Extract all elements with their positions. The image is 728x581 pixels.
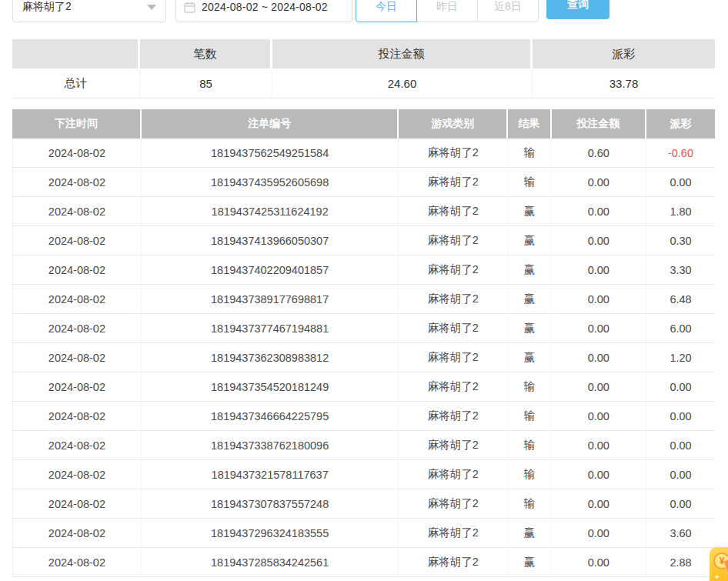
cell-bet-time: 2024-08-02 bbox=[12, 255, 142, 285]
summary-header-bet-amount: 投注金额 bbox=[272, 39, 533, 68]
today-button[interactable]: 今日 bbox=[356, 0, 417, 22]
header-bet-time: 下注时间 bbox=[12, 109, 142, 139]
cell-game-category: 麻将胡了2 bbox=[399, 343, 508, 372]
cell-bet-time: 2024-08-02 bbox=[12, 460, 142, 489]
summary-header-count: 笔数 bbox=[140, 39, 272, 68]
cell-order-no: 1819437562549251584 bbox=[142, 139, 399, 168]
cell-bet-time: 2024-08-02 bbox=[12, 285, 142, 314]
cell-bet-time: 2024-08-02 bbox=[12, 197, 142, 226]
cell-bet-time: 2024-08-02 bbox=[12, 139, 142, 168]
game-select-value: 麻将胡了2 bbox=[22, 0, 147, 14]
cell-result: 赢 bbox=[508, 197, 552, 226]
cell-result: 赢 bbox=[508, 343, 552, 372]
cell-game-category: 麻将胡了2 bbox=[399, 402, 508, 431]
cell-bet-time: 2024-08-02 bbox=[12, 314, 142, 343]
sparkle-icon: ✦ bbox=[714, 573, 720, 581]
cell-bet-time: 2024-08-02 bbox=[12, 226, 142, 255]
table-row: 2024-08-02 1819437402209401857 麻将胡了2 赢 0… bbox=[12, 255, 715, 285]
bet-table-header-row: 下注时间 注单编号 游戏类别 结果 投注金额 派彩 bbox=[12, 109, 715, 139]
cell-result: 赢 bbox=[508, 226, 552, 255]
cell-order-no: 1819437285834242561 bbox=[142, 548, 399, 577]
last-8-days-button[interactable]: 近8日 bbox=[477, 0, 539, 22]
cell-bet-time: 2024-08-02 bbox=[12, 431, 142, 460]
cell-payout: 2.88 bbox=[646, 548, 715, 577]
table-row: 2024-08-02 1819437377467194881 麻将胡了2 赢 0… bbox=[12, 314, 715, 343]
table-row: 2024-08-02 1819437389177698817 麻将胡了2 赢 0… bbox=[12, 285, 715, 314]
cell-result: 赢 bbox=[508, 285, 552, 314]
bet-records-section: 下注时间 注单编号 游戏类别 结果 投注金额 派彩 2024-08-02 181… bbox=[12, 109, 715, 577]
cell-bet-amount: 0.00 bbox=[552, 197, 646, 226]
cell-bet-time: 2024-08-02 bbox=[12, 548, 142, 577]
cell-bet-amount: 0.00 bbox=[552, 168, 646, 197]
cell-result: 输 bbox=[508, 431, 552, 460]
yesterday-button[interactable]: 昨日 bbox=[416, 0, 478, 22]
bet-records-table: 下注时间 注单编号 游戏类别 结果 投注金额 派彩 2024-08-02 181… bbox=[12, 109, 715, 577]
bet-table-body: 2024-08-02 1819437562549251584 麻将胡了2 输 0… bbox=[12, 139, 715, 577]
date-range-input[interactable]: 2024-08-02 ~ 2024-08-02 bbox=[175, 0, 352, 22]
table-row: 2024-08-02 1819437362308983812 麻将胡了2 赢 0… bbox=[12, 343, 715, 372]
summary-total-count: 85 bbox=[140, 68, 272, 99]
cell-game-category: 麻将胡了2 bbox=[399, 489, 508, 519]
cell-bet-amount: 0.00 bbox=[552, 402, 646, 431]
cell-bet-amount: 0.00 bbox=[552, 548, 646, 577]
quick-date-buttons: 今日 昨日 近8日 bbox=[356, 0, 539, 22]
query-button[interactable]: 查询 bbox=[546, 0, 609, 19]
cell-result: 赢 bbox=[508, 255, 552, 285]
cell-game-category: 麻将胡了2 bbox=[399, 197, 508, 226]
cell-game-category: 麻将胡了2 bbox=[399, 139, 508, 168]
cell-bet-amount: 0.00 bbox=[552, 343, 646, 372]
cell-bet-time: 2024-08-02 bbox=[12, 168, 142, 197]
table-row: 2024-08-02 1819437425311624192 麻将胡了2 赢 0… bbox=[12, 197, 715, 226]
cell-payout: 6.48 bbox=[646, 285, 715, 314]
promo-float-badge[interactable]: ¥ ✦ bbox=[710, 547, 728, 581]
table-row: 2024-08-02 1819437285834242561 麻将胡了2 赢 0… bbox=[12, 548, 715, 577]
cell-bet-time: 2024-08-02 bbox=[12, 519, 142, 548]
header-order-no: 注单编号 bbox=[142, 109, 399, 139]
cell-order-no: 1819437402209401857 bbox=[142, 255, 399, 285]
cell-order-no: 1819437296324183555 bbox=[142, 519, 399, 548]
cell-game-category: 麻将胡了2 bbox=[399, 285, 508, 314]
cell-payout: 0.00 bbox=[646, 402, 715, 431]
game-select[interactable]: 麻将胡了2 bbox=[12, 0, 166, 22]
cell-order-no: 1819437307837557248 bbox=[142, 489, 399, 519]
cell-order-no: 1819437425311624192 bbox=[142, 197, 399, 226]
cell-game-category: 麻将胡了2 bbox=[399, 460, 508, 489]
cell-payout: 0.00 bbox=[646, 372, 715, 402]
cell-payout: 3.30 bbox=[646, 255, 715, 285]
cell-order-no: 1819437321578117637 bbox=[142, 460, 399, 489]
summary-section: 笔数 投注金额 派彩 总计 85 24.60 33.78 bbox=[12, 39, 715, 99]
cell-game-category: 麻将胡了2 bbox=[399, 548, 508, 577]
chevron-down-icon bbox=[147, 5, 156, 10]
cell-game-category: 麻将胡了2 bbox=[399, 314, 508, 343]
cell-game-category: 麻将胡了2 bbox=[399, 519, 508, 548]
cell-result: 输 bbox=[508, 460, 552, 489]
cell-result: 输 bbox=[508, 168, 552, 197]
cell-order-no: 1819437346664225795 bbox=[142, 402, 399, 431]
header-result: 结果 bbox=[508, 109, 552, 139]
header-bet-amount: 投注金额 bbox=[552, 109, 646, 139]
cell-result: 赢 bbox=[508, 314, 552, 343]
cell-game-category: 麻将胡了2 bbox=[399, 431, 508, 460]
cell-payout: -0.60 bbox=[646, 139, 715, 168]
header-game-category: 游戏类别 bbox=[399, 109, 508, 139]
cell-result: 输 bbox=[508, 489, 552, 519]
summary-total-payout: 33.78 bbox=[533, 68, 715, 99]
cell-bet-time: 2024-08-02 bbox=[12, 402, 142, 431]
cell-result: 输 bbox=[508, 372, 552, 402]
cell-game-category: 麻将胡了2 bbox=[399, 372, 508, 402]
cell-bet-amount: 0.00 bbox=[552, 314, 646, 343]
table-row: 2024-08-02 1819437307837557248 麻将胡了2 输 0… bbox=[12, 489, 715, 519]
cell-payout: 0.00 bbox=[646, 460, 715, 489]
summary-header-payout: 派彩 bbox=[533, 39, 715, 68]
cell-order-no: 1819437389177698817 bbox=[142, 285, 399, 314]
cell-bet-time: 2024-08-02 bbox=[12, 489, 142, 519]
cell-result: 赢 bbox=[508, 519, 552, 548]
cell-bet-amount: 0.00 bbox=[552, 255, 646, 285]
cell-bet-time: 2024-08-02 bbox=[12, 343, 142, 372]
cell-bet-amount: 0.00 bbox=[552, 226, 646, 255]
cell-payout: 3.60 bbox=[646, 519, 715, 548]
summary-total-row: 总计 85 24.60 33.78 bbox=[12, 68, 715, 99]
cell-bet-amount: 0.00 bbox=[552, 519, 646, 548]
cell-payout: 1.20 bbox=[646, 343, 715, 372]
cell-payout: 0.00 bbox=[646, 168, 715, 197]
